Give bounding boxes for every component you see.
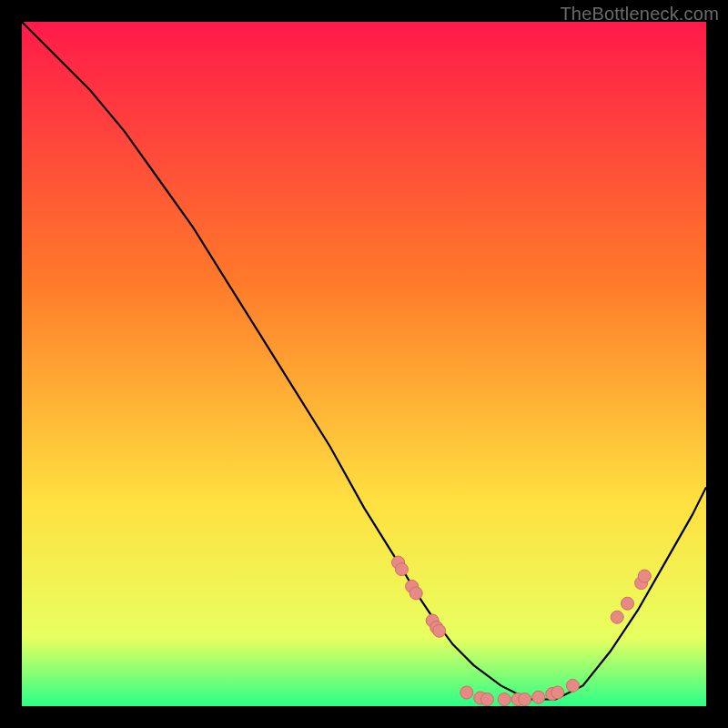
data-point-p21 xyxy=(638,570,651,582)
data-point-p17 xyxy=(566,679,579,692)
data-point-p16 xyxy=(551,686,564,699)
gradient-background xyxy=(22,22,706,706)
data-point-p19 xyxy=(622,597,634,610)
data-point-p8 xyxy=(460,686,473,699)
plot-area xyxy=(22,22,706,706)
data-point-p13 xyxy=(519,693,531,706)
data-point-p7 xyxy=(433,624,446,637)
watermark-text: TheBottleneck.com xyxy=(560,4,719,25)
data-point-p4 xyxy=(410,587,422,600)
data-point-p2 xyxy=(395,563,408,576)
data-point-p18 xyxy=(611,611,623,623)
bottleneck-chart xyxy=(22,22,706,706)
data-point-p11 xyxy=(498,693,511,706)
data-point-p14 xyxy=(532,691,545,703)
data-point-p10 xyxy=(480,693,493,706)
